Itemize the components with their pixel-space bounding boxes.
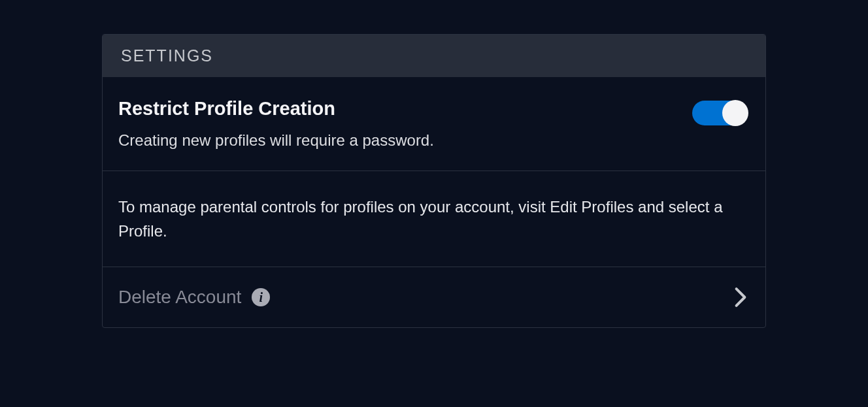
settings-header: SETTINGS — [103, 35, 765, 77]
restrict-profile-section: Restrict Profile Creation Creating new p… — [103, 77, 765, 171]
chevron-right-icon — [734, 287, 747, 308]
parental-controls-info-section: To manage parental controls for profiles… — [103, 171, 765, 267]
parental-controls-info-text: To manage parental controls for profiles… — [118, 195, 747, 243]
settings-header-title: SETTINGS — [121, 46, 747, 65]
restrict-text-block: Restrict Profile Creation Creating new p… — [118, 98, 692, 150]
restrict-profile-description: Creating new profiles will require a pas… — [118, 131, 692, 150]
settings-panel: SETTINGS Restrict Profile Creation Creat… — [102, 34, 766, 328]
delete-account-label: Delete Account — [118, 287, 241, 308]
restrict-row: Restrict Profile Creation Creating new p… — [118, 98, 747, 150]
restrict-profile-toggle[interactable] — [692, 101, 747, 125]
restrict-profile-title: Restrict Profile Creation — [118, 98, 692, 120]
info-icon[interactable]: i — [252, 288, 270, 306]
toggle-knob — [722, 100, 748, 126]
delete-account-left: Delete Account i — [118, 287, 270, 308]
delete-account-row[interactable]: Delete Account i — [103, 267, 765, 327]
